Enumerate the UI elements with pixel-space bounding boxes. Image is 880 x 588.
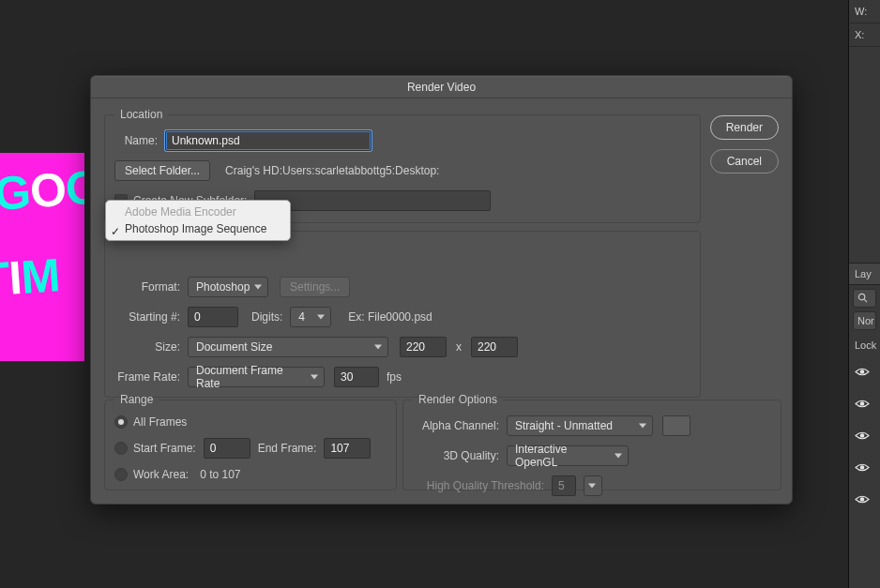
height-input[interactable] bbox=[471, 337, 518, 357]
quality-3d-label: 3D Quality: bbox=[413, 449, 499, 462]
format-select[interactable]: Photoshop bbox=[188, 277, 268, 297]
svg-point-5 bbox=[860, 465, 865, 470]
svg-line-1 bbox=[864, 299, 867, 302]
cancel-button[interactable]: Cancel bbox=[710, 149, 779, 173]
starting-number-label: Starting #: bbox=[114, 310, 180, 324]
document-preview: GOO TIM bbox=[0, 153, 84, 361]
frame-rate-unit: fps bbox=[387, 370, 402, 384]
work-area-label: Work Area: bbox=[133, 468, 189, 481]
alpha-channel-label: Alpha Channel: bbox=[413, 419, 499, 432]
end-frame-label: End Frame: bbox=[258, 442, 317, 455]
preview-text-line-2: TIM bbox=[0, 249, 61, 307]
eye-icon bbox=[855, 399, 870, 411]
layer-visibility-toggle-4[interactable] bbox=[849, 452, 880, 484]
svg-point-0 bbox=[858, 294, 864, 299]
format-label: Format: bbox=[114, 280, 180, 294]
encoder-popup-item-image-sequence[interactable]: ✓ Photoshop Image Sequence bbox=[106, 220, 290, 237]
transform-w-label: W: bbox=[849, 0, 880, 23]
encoder-type-popup: Adobe Media Encoder ✓ Photoshop Image Se… bbox=[105, 200, 291, 241]
start-frame-input[interactable] bbox=[204, 438, 250, 459]
size-preset-select[interactable]: Document Size bbox=[188, 337, 388, 357]
layer-visibility-toggle-3[interactable] bbox=[849, 420, 880, 452]
starting-number-input[interactable] bbox=[188, 307, 238, 327]
layer-visibility-toggle-5[interactable] bbox=[849, 484, 880, 516]
size-x-label: x bbox=[456, 340, 462, 354]
eye-icon bbox=[855, 494, 870, 506]
panel-strip: W: X: Lay Nor Lock bbox=[848, 0, 880, 588]
hq-threshold-label: High Quality Threshold: bbox=[413, 479, 544, 492]
name-input[interactable] bbox=[165, 130, 372, 151]
svg-point-4 bbox=[860, 433, 865, 438]
check-icon: ✓ bbox=[111, 223, 120, 240]
end-frame-input[interactable] bbox=[324, 438, 371, 459]
name-label: Name: bbox=[114, 134, 158, 147]
layers-panel-header[interactable]: Lay bbox=[849, 263, 880, 285]
work-area-value: 0 to 107 bbox=[200, 468, 240, 481]
svg-point-2 bbox=[860, 369, 865, 374]
start-frame-radio[interactable] bbox=[114, 442, 128, 455]
folder-path-text: Craig's HD:Users:scarletabbottg5:Desktop… bbox=[225, 164, 439, 177]
layer-search-input[interactable] bbox=[853, 289, 876, 308]
transform-x-label: X: bbox=[849, 23, 880, 47]
work-area-radio[interactable] bbox=[114, 468, 128, 481]
frame-rate-label: Frame Rate: bbox=[114, 370, 180, 384]
eye-icon bbox=[855, 430, 870, 443]
render-options-legend: Render Options bbox=[413, 393, 503, 406]
search-icon bbox=[857, 293, 868, 305]
blend-mode-select[interactable]: Nor bbox=[853, 311, 876, 330]
digits-select[interactable]: 4 bbox=[290, 307, 331, 327]
layer-visibility-toggle-1[interactable] bbox=[849, 356, 880, 388]
matte-color-swatch[interactable] bbox=[662, 415, 690, 436]
svg-point-3 bbox=[860, 401, 865, 406]
width-input[interactable] bbox=[400, 337, 447, 357]
hq-threshold-stepper bbox=[584, 475, 602, 496]
layer-visibility-toggle-2[interactable] bbox=[849, 388, 880, 420]
eye-icon bbox=[855, 462, 870, 475]
svg-point-6 bbox=[860, 497, 865, 502]
range-legend: Range bbox=[114, 393, 159, 406]
digits-label: Digits: bbox=[251, 310, 282, 324]
encoder-group: Format: Photoshop Settings... Starting #… bbox=[104, 231, 701, 398]
range-group: Range All Frames Start Frame: End Frame:… bbox=[104, 393, 397, 490]
frame-rate-preset-select[interactable]: Document Frame Rate bbox=[188, 367, 325, 387]
lock-label: Lock bbox=[849, 332, 880, 356]
all-frames-label: All Frames bbox=[133, 415, 187, 429]
quality-3d-select[interactable]: Interactive OpenGL bbox=[507, 445, 629, 466]
encoder-popup-item-ame[interactable]: Adobe Media Encoder bbox=[106, 204, 290, 220]
render-video-dialog: Render Video Render Cancel Location Name… bbox=[90, 75, 793, 505]
eye-icon bbox=[855, 367, 870, 379]
alpha-channel-select[interactable]: Straight - Unmatted bbox=[507, 415, 653, 436]
start-frame-label: Start Frame: bbox=[133, 442, 196, 455]
size-label: Size: bbox=[114, 340, 180, 354]
preview-text-line-1: GOO bbox=[0, 160, 84, 220]
hq-threshold-input bbox=[552, 475, 576, 496]
render-button[interactable]: Render bbox=[710, 115, 779, 140]
filename-example: Ex: File0000.psd bbox=[348, 310, 432, 324]
dialog-title: Render Video bbox=[91, 76, 792, 98]
settings-button: Settings... bbox=[280, 277, 350, 297]
select-folder-button[interactable]: Select Folder... bbox=[114, 160, 210, 181]
all-frames-radio[interactable] bbox=[114, 415, 128, 429]
location-legend: Location bbox=[114, 108, 168, 121]
frame-rate-input[interactable] bbox=[334, 367, 379, 387]
render-options-group: Render Options Alpha Channel: Straight -… bbox=[402, 393, 781, 490]
